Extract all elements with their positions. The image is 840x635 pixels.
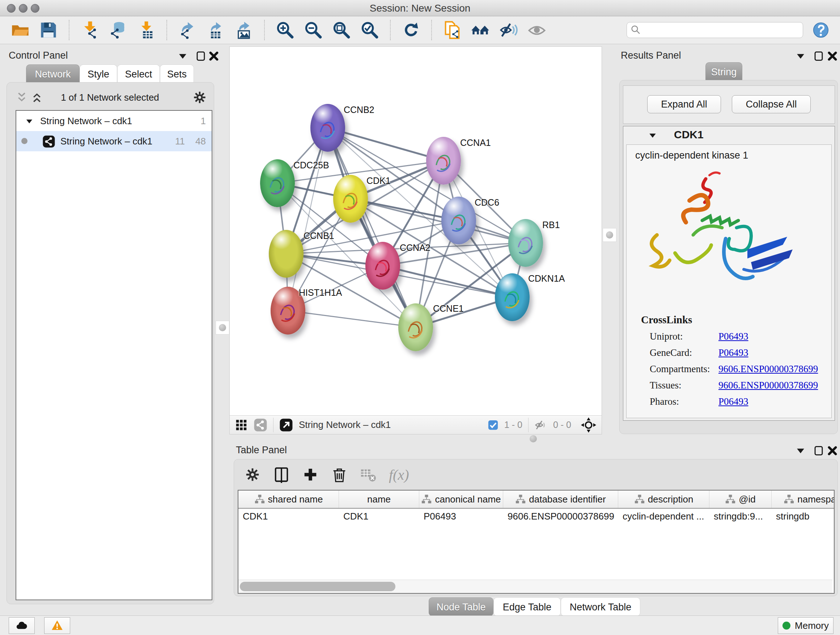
node-label-CDK1: CDK1 xyxy=(366,176,391,186)
crosslink-link[interactable]: P06493 xyxy=(718,347,748,358)
import-network-icon[interactable] xyxy=(80,21,99,40)
save-session-icon[interactable] xyxy=(39,21,58,40)
tree-expand-icon[interactable] xyxy=(24,116,34,126)
column-header-description[interactable]: description xyxy=(618,491,709,508)
add-column-icon[interactable] xyxy=(302,466,319,483)
export-network-icon[interactable] xyxy=(178,21,197,40)
zoom-out-icon[interactable] xyxy=(304,21,323,40)
table-cell[interactable]: stringdb:9... xyxy=(709,509,772,524)
table-cell[interactable]: stringdb xyxy=(772,509,835,524)
export-image-icon[interactable] xyxy=(234,21,253,40)
network-collection-row[interactable]: String Network – cdk1 1 xyxy=(16,111,212,131)
hide-labels-eye-slash-icon[interactable] xyxy=(499,21,518,40)
network-edge-CCNB2-HIST1H1A[interactable] xyxy=(288,128,328,310)
cloud-button[interactable] xyxy=(9,617,35,634)
table-cell[interactable]: CDK1 xyxy=(339,509,419,524)
network-node-RB1[interactable] xyxy=(508,219,543,267)
scrollbar-thumb[interactable] xyxy=(240,582,395,591)
tab-node-table[interactable]: Node Table xyxy=(429,597,493,616)
tab-select[interactable]: Select xyxy=(117,65,160,83)
crosslink-link[interactable]: 9606.ENSP00000378699 xyxy=(718,380,818,391)
export-table-icon[interactable] xyxy=(206,21,225,40)
table-cell[interactable]: cyclin-dependent ... xyxy=(618,509,709,524)
column-header-canonical-name[interactable]: canonical name xyxy=(419,491,503,508)
warnings-button[interactable] xyxy=(44,617,70,634)
tab-sets[interactable]: Sets xyxy=(160,65,194,83)
node-table[interactable]: shared namenamecanonical namedatabase id… xyxy=(238,490,835,594)
refresh-icon[interactable] xyxy=(401,21,420,40)
detach-view-icon[interactable] xyxy=(279,418,293,432)
network-node-CDC25B[interactable] xyxy=(260,159,295,207)
network-node-CDC6[interactable] xyxy=(441,196,476,244)
horizontal-scrollbar[interactable] xyxy=(238,580,832,593)
network-edge-HIST1H1A-CCNE1[interactable] xyxy=(288,310,416,327)
search-box[interactable] xyxy=(627,22,803,38)
network-node-CCNB1[interactable] xyxy=(269,230,303,278)
gear-icon[interactable] xyxy=(192,90,207,105)
tab-style[interactable]: Style xyxy=(80,65,117,83)
expand-all-button[interactable]: Expand All xyxy=(647,95,721,113)
collapse-panel-icon[interactable] xyxy=(177,50,189,62)
column-header-name[interactable]: name xyxy=(339,491,419,508)
tab-string[interactable]: String xyxy=(706,62,742,81)
network-node-CCNA1[interactable] xyxy=(426,137,461,185)
clone-network-icon[interactable] xyxy=(443,21,462,40)
table-cell[interactable]: 9606.ENSP00000378699 xyxy=(503,509,618,524)
network-row-selected[interactable]: String Network – cdk1 11 48 xyxy=(16,131,212,151)
double-house-icon[interactable] xyxy=(471,21,490,40)
search-input[interactable] xyxy=(642,23,800,37)
help-icon[interactable] xyxy=(813,22,829,38)
table-cell[interactable]: CDK1 xyxy=(238,509,339,524)
selected-checkbox-icon[interactable] xyxy=(488,420,499,431)
crosslink-label: Compartments: xyxy=(650,363,718,375)
collapse-all-button[interactable]: Collapse All xyxy=(732,95,811,113)
delete-column-icon[interactable] xyxy=(331,466,347,483)
zoom-fit-icon[interactable] xyxy=(332,21,351,40)
collapse-panel-icon[interactable] xyxy=(794,445,807,457)
float-panel-icon[interactable] xyxy=(813,50,825,62)
tab-network[interactable]: Network xyxy=(26,65,80,83)
table-cell[interactable]: P06493 xyxy=(419,509,503,524)
zoom-selected-icon[interactable] xyxy=(360,21,379,40)
network-node-CCNB2[interactable] xyxy=(310,104,345,152)
close-panel-icon[interactable] xyxy=(208,50,220,62)
gene-collapse-icon[interactable] xyxy=(647,130,658,141)
crosslink-link[interactable]: 9606.ENSP00000378699 xyxy=(718,363,818,375)
zoom-in-icon[interactable] xyxy=(276,21,294,40)
column-header--id[interactable]: @id xyxy=(709,491,772,508)
hidden-eye-slash-icon[interactable] xyxy=(534,418,547,432)
crosslink-link[interactable]: P06493 xyxy=(718,396,748,407)
show-labels-eye-icon[interactable] xyxy=(527,21,546,40)
float-panel-icon[interactable] xyxy=(813,445,825,457)
main-toolbar xyxy=(0,16,840,44)
memory-button[interactable]: Memory xyxy=(778,617,834,634)
grid-view-icon[interactable] xyxy=(235,418,248,432)
network-thumbnail-icon[interactable] xyxy=(254,418,267,432)
network-canvas[interactable]: CCNB2CCNA1CDC25BCDK1CDC6RB1CCNB1CCNA2CDK… xyxy=(230,47,602,415)
tab-network-table[interactable]: Network Table xyxy=(561,597,640,616)
right-split-handle[interactable] xyxy=(603,228,616,242)
tab-edge-table[interactable]: Edge Table xyxy=(493,597,561,616)
import-table-icon[interactable] xyxy=(137,21,156,40)
table-gear-icon[interactable] xyxy=(244,466,261,483)
gene-name: CDK1 xyxy=(674,128,704,141)
open-session-icon[interactable] xyxy=(11,21,30,40)
float-panel-icon[interactable] xyxy=(195,50,207,62)
close-panel-icon[interactable] xyxy=(826,445,838,457)
column-header-database-identifier[interactable]: database identifier xyxy=(503,491,618,508)
network-node-CDKN1A[interactable] xyxy=(495,273,530,321)
import-database-icon[interactable] xyxy=(109,21,127,40)
left-split-handle[interactable] xyxy=(216,321,229,334)
network-node-CCNA2[interactable] xyxy=(365,242,400,290)
close-panel-icon[interactable] xyxy=(826,50,838,62)
column-header-shared-name[interactable]: shared name xyxy=(238,491,339,508)
fit-selected-crosshair-icon[interactable] xyxy=(581,417,597,433)
show-columns-icon[interactable] xyxy=(273,466,290,483)
crosslink-link[interactable]: P06493 xyxy=(718,331,748,342)
expand-all-icon[interactable] xyxy=(30,90,44,104)
column-header-namespace[interactable]: namespace xyxy=(772,491,835,508)
network-node-CCNE1[interactable] xyxy=(398,303,433,351)
network-node-CDK1[interactable] xyxy=(333,175,368,223)
collapse-all-icon[interactable] xyxy=(15,90,28,104)
collapse-panel-icon[interactable] xyxy=(794,50,807,62)
